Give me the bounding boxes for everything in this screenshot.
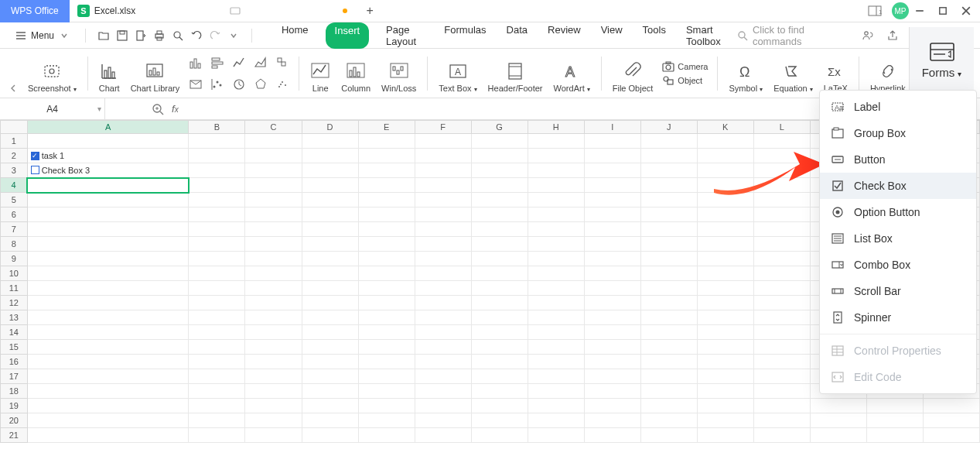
cell[interactable] bbox=[358, 355, 415, 369]
cell[interactable] bbox=[245, 207, 302, 222]
cell[interactable] bbox=[415, 325, 471, 340]
cell[interactable] bbox=[697, 413, 753, 428]
row-header[interactable]: 10 bbox=[1, 266, 28, 281]
cell[interactable] bbox=[358, 134, 415, 149]
cell[interactable] bbox=[189, 207, 245, 222]
cell[interactable] bbox=[923, 399, 979, 413]
forms-item-list-box[interactable]: List Box bbox=[820, 225, 976, 252]
header-footer-button[interactable]: Header/Footer bbox=[485, 49, 546, 98]
cell[interactable] bbox=[640, 413, 697, 428]
cell[interactable] bbox=[27, 193, 189, 207]
cell[interactable] bbox=[697, 178, 753, 193]
cell[interactable] bbox=[27, 207, 189, 222]
form-checkbox-checked-icon[interactable]: ✓ bbox=[31, 152, 39, 160]
form-checkbox-icon[interactable] bbox=[31, 166, 39, 174]
bar-chart-mini-icon[interactable] bbox=[209, 54, 226, 71]
cell[interactable] bbox=[27, 252, 189, 266]
cell[interactable] bbox=[528, 134, 584, 149]
forms-item-label[interactable]: AaLabel bbox=[820, 94, 976, 120]
cell[interactable] bbox=[415, 178, 471, 193]
cell[interactable] bbox=[358, 369, 415, 384]
cell[interactable] bbox=[245, 428, 302, 443]
cell[interactable] bbox=[245, 310, 302, 325]
marker-chart-icon[interactable] bbox=[209, 76, 226, 93]
cell[interactable] bbox=[415, 252, 471, 266]
cell[interactable] bbox=[640, 310, 697, 325]
cell[interactable] bbox=[358, 281, 415, 296]
col-header[interactable]: I bbox=[584, 121, 640, 134]
chevron-down-icon[interactable] bbox=[227, 29, 241, 43]
cell[interactable] bbox=[415, 296, 471, 310]
cell[interactable] bbox=[27, 325, 189, 340]
cell[interactable] bbox=[584, 266, 640, 281]
row-header[interactable]: 9 bbox=[1, 252, 28, 266]
cell[interactable] bbox=[415, 413, 471, 428]
cell[interactable] bbox=[302, 428, 358, 443]
cell[interactable] bbox=[528, 252, 584, 266]
cell[interactable] bbox=[245, 178, 302, 193]
cell[interactable] bbox=[415, 428, 471, 443]
cell[interactable] bbox=[584, 252, 640, 266]
cell[interactable] bbox=[810, 413, 866, 428]
cell[interactable] bbox=[27, 266, 189, 281]
tab-home[interactable]: Home bbox=[278, 22, 312, 49]
cell[interactable] bbox=[415, 384, 471, 399]
equation-button[interactable]: Equation ▾ bbox=[770, 49, 816, 98]
cell[interactable] bbox=[189, 266, 245, 281]
cell[interactable] bbox=[358, 207, 415, 222]
tab-insert[interactable]: Insert bbox=[326, 22, 370, 49]
cell[interactable] bbox=[302, 340, 358, 355]
cell[interactable] bbox=[245, 281, 302, 296]
cell[interactable] bbox=[471, 340, 528, 355]
save-icon[interactable] bbox=[115, 29, 129, 43]
cell[interactable] bbox=[358, 163, 415, 178]
area-chart-mini-icon[interactable] bbox=[252, 54, 269, 71]
cell[interactable] bbox=[471, 266, 528, 281]
menu-button[interactable]: Menu bbox=[8, 26, 77, 46]
cell[interactable] bbox=[245, 340, 302, 355]
print-preview-icon[interactable] bbox=[171, 29, 185, 43]
cell[interactable] bbox=[245, 413, 302, 428]
cell[interactable] bbox=[697, 237, 753, 252]
cell[interactable] bbox=[27, 296, 189, 310]
row-header[interactable]: 18 bbox=[1, 384, 28, 399]
cell[interactable] bbox=[810, 428, 866, 443]
cell[interactable] bbox=[584, 222, 640, 237]
cell[interactable] bbox=[584, 281, 640, 296]
row-header[interactable]: 20 bbox=[1, 413, 28, 428]
cell[interactable] bbox=[753, 399, 810, 413]
cell[interactable] bbox=[640, 266, 697, 281]
cell[interactable] bbox=[358, 149, 415, 163]
cell[interactable] bbox=[471, 296, 528, 310]
file-object-button[interactable]: File Object bbox=[610, 49, 657, 98]
cell[interactable] bbox=[697, 193, 753, 207]
col-header[interactable]: E bbox=[358, 121, 415, 134]
col-header[interactable]: B bbox=[189, 121, 245, 134]
cell[interactable] bbox=[471, 149, 528, 163]
col-header[interactable]: G bbox=[471, 121, 528, 134]
cell[interactable] bbox=[584, 163, 640, 178]
row-header[interactable]: 12 bbox=[1, 296, 28, 310]
cell[interactable] bbox=[471, 193, 528, 207]
cell[interactable] bbox=[27, 237, 189, 252]
cell[interactable] bbox=[528, 399, 584, 413]
cell[interactable] bbox=[584, 178, 640, 193]
cell[interactable] bbox=[697, 207, 753, 222]
cell[interactable] bbox=[471, 325, 528, 340]
cell[interactable] bbox=[302, 149, 358, 163]
cell[interactable] bbox=[640, 325, 697, 340]
cell[interactable] bbox=[302, 369, 358, 384]
cell[interactable] bbox=[584, 413, 640, 428]
cell[interactable] bbox=[302, 207, 358, 222]
cell[interactable] bbox=[245, 399, 302, 413]
tab-data[interactable]: Data bbox=[504, 22, 531, 49]
cell[interactable] bbox=[753, 237, 810, 252]
cell[interactable] bbox=[415, 310, 471, 325]
row-header[interactable]: 21 bbox=[1, 428, 28, 443]
cell[interactable] bbox=[528, 237, 584, 252]
cell[interactable] bbox=[245, 134, 302, 149]
cell[interactable] bbox=[697, 163, 753, 178]
cell[interactable] bbox=[471, 369, 528, 384]
cell[interactable] bbox=[189, 369, 245, 384]
cell[interactable] bbox=[697, 384, 753, 399]
